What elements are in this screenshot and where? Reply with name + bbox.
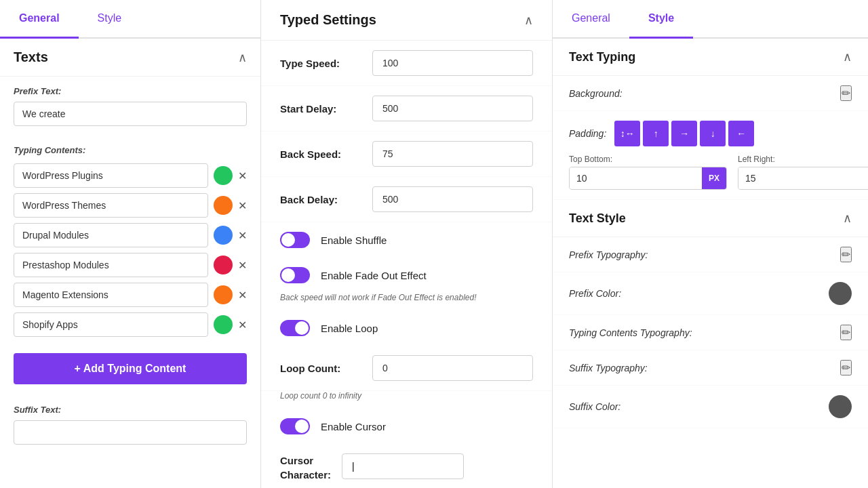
- cursor-char-input[interactable]: [342, 453, 464, 479]
- suffix-text-group: Suffix Text:: [0, 395, 260, 454]
- typing-item-input[interactable]: [14, 223, 208, 247]
- add-typing-content-button[interactable]: + Add Typing Content: [14, 353, 247, 384]
- text-style-section-header: Text Style ∧: [553, 200, 868, 237]
- texts-collapse-btn[interactable]: ∧: [238, 50, 247, 65]
- padding-row: Padding: ↕↔ ↑ → ↓ ← Top Bottom: PX Left …: [553, 111, 868, 200]
- typing-item-input[interactable]: [14, 312, 208, 337]
- prefix-color-swatch[interactable]: [829, 282, 852, 305]
- texts-section-header: Texts ∧: [0, 39, 260, 77]
- typing-item-color-5[interactable]: [214, 285, 233, 304]
- top-bottom-input[interactable]: [570, 167, 702, 189]
- tab-general-right[interactable]: General: [553, 0, 629, 39]
- text-typing-collapse[interactable]: ∧: [843, 49, 852, 64]
- typing-item: ✕: [14, 193, 247, 218]
- typing-item-delete-4[interactable]: ✕: [238, 259, 247, 272]
- suffix-text-input[interactable]: [14, 420, 247, 445]
- text-typing-title: Text Typing: [569, 50, 635, 64]
- texts-title: Texts: [14, 49, 48, 65]
- enable-fade-row: Enable Fade Out Effect: [261, 258, 552, 293]
- typing-items-list: ✕ ✕ ✕ ✕ ✕ ✕: [0, 163, 260, 348]
- padding-label-row: Padding: ↕↔ ↑ → ↓ ←: [569, 121, 852, 146]
- type-speed-label: Type Speed:: [280, 58, 361, 69]
- prefix-text-label: Prefix Text:: [14, 86, 247, 96]
- start-delay-input[interactable]: [372, 96, 533, 121]
- back-delay-row: Back Delay:: [261, 177, 552, 222]
- typing-item-color-1[interactable]: [214, 166, 233, 185]
- enable-cursor-toggle[interactable]: [280, 418, 310, 434]
- typing-item-color-6[interactable]: [214, 315, 233, 334]
- suffix-typography-edit[interactable]: ✏: [840, 360, 852, 375]
- cursor-char-label: CursorCharacter:: [280, 453, 331, 482]
- fade-note: Back speed will not work if Fade Out Eff…: [261, 293, 552, 310]
- text-style-title: Text Style: [569, 211, 626, 226]
- padding-btn-left[interactable]: ←: [728, 121, 754, 146]
- prefix-color-label: Prefix Color:: [569, 288, 621, 299]
- typing-item-delete-5[interactable]: ✕: [238, 289, 247, 302]
- padding-btn-right[interactable]: →: [671, 121, 697, 146]
- loop-count-row: Loop Count:: [261, 346, 552, 391]
- enable-shuffle-label: Enable Shuffle: [321, 235, 387, 246]
- prefix-text-group: Prefix Text:: [0, 77, 260, 136]
- typing-item: ✕: [14, 163, 247, 188]
- back-speed-row: Back Speed:: [261, 131, 552, 177]
- top-bottom-group: Top Bottom: PX: [569, 155, 727, 190]
- typing-item-delete-1[interactable]: ✕: [238, 169, 247, 182]
- enable-fade-toggle[interactable]: [280, 267, 310, 283]
- enable-shuffle-row: Enable Shuffle: [261, 222, 552, 258]
- enable-loop-label: Enable Loop: [321, 323, 378, 334]
- suffix-color-row: Suffix Color:: [553, 386, 868, 428]
- background-row: Background: ✏: [553, 76, 868, 111]
- typing-item-color-4[interactable]: [214, 256, 233, 274]
- start-delay-label: Start Delay:: [280, 103, 361, 115]
- typing-item-input[interactable]: [14, 193, 208, 218]
- prefix-text-input[interactable]: [14, 102, 247, 126]
- typed-settings-header: Typed Settings ∧: [261, 0, 552, 41]
- typing-item-delete-2[interactable]: ✕: [238, 199, 247, 212]
- suffix-color-swatch[interactable]: [829, 395, 852, 418]
- top-bottom-unit: PX: [702, 167, 726, 189]
- prefix-typography-edit[interactable]: ✏: [840, 247, 852, 262]
- back-delay-input[interactable]: [372, 186, 533, 212]
- left-right-input[interactable]: [738, 167, 868, 189]
- typing-item-input[interactable]: [14, 283, 208, 307]
- padding-btn-bottom[interactable]: ↓: [700, 121, 726, 146]
- prefix-typography-label: Prefix Typography:: [569, 249, 648, 260]
- typing-item-input[interactable]: [14, 163, 208, 188]
- middle-panel: Typed Settings ∧ Type Speed: Start Delay…: [261, 0, 553, 488]
- tab-general-left[interactable]: General: [0, 0, 79, 39]
- typing-item-color-2[interactable]: [214, 196, 233, 215]
- typing-contents-typography-edit[interactable]: ✏: [840, 325, 852, 340]
- enable-cursor-label: Enable Cursor: [321, 421, 386, 432]
- top-bottom-input-row: PX: [569, 167, 727, 190]
- tab-style-left[interactable]: Style: [79, 0, 141, 39]
- enable-loop-toggle[interactable]: [280, 320, 310, 336]
- typing-item: ✕: [14, 312, 247, 337]
- enable-loop-row: Enable Loop: [261, 310, 552, 346]
- type-speed-input[interactable]: [372, 50, 533, 76]
- enable-fade-label: Enable Fade Out Effect: [321, 270, 427, 281]
- padding-controls: ↕↔ ↑ → ↓ ←: [614, 121, 754, 146]
- left-panel: General Style Texts ∧ Prefix Text: Typin…: [0, 0, 261, 488]
- left-right-sub-label: Left Right:: [738, 155, 868, 164]
- loop-count-label: Loop Count:: [280, 363, 361, 374]
- background-edit-btn[interactable]: ✏: [840, 85, 852, 101]
- tab-style-right[interactable]: Style: [629, 0, 693, 39]
- background-label: Background:: [569, 88, 623, 99]
- typing-item-input[interactable]: [14, 253, 208, 277]
- padding-btn-all[interactable]: ↕↔: [614, 121, 640, 146]
- typing-item: ✕: [14, 223, 247, 247]
- cursor-char-row: CursorCharacter:: [261, 444, 552, 488]
- enable-shuffle-toggle[interactable]: [280, 232, 310, 248]
- typing-item: ✕: [14, 253, 247, 277]
- typed-settings-collapse[interactable]: ∧: [524, 13, 533, 28]
- typing-item-delete-6[interactable]: ✕: [238, 319, 247, 331]
- back-speed-input[interactable]: [372, 141, 533, 167]
- loop-count-input[interactable]: [372, 355, 533, 381]
- right-panel: General Style Text Typing ∧ Background: …: [553, 0, 868, 488]
- typing-item-delete-3[interactable]: ✕: [238, 229, 247, 242]
- padding-btn-top[interactable]: ↑: [643, 121, 669, 146]
- prefix-color-row: Prefix Color:: [553, 272, 868, 315]
- loop-note: Loop count 0 to infinity: [261, 391, 552, 409]
- text-style-collapse[interactable]: ∧: [843, 211, 852, 226]
- typing-item-color-3[interactable]: [214, 226, 233, 245]
